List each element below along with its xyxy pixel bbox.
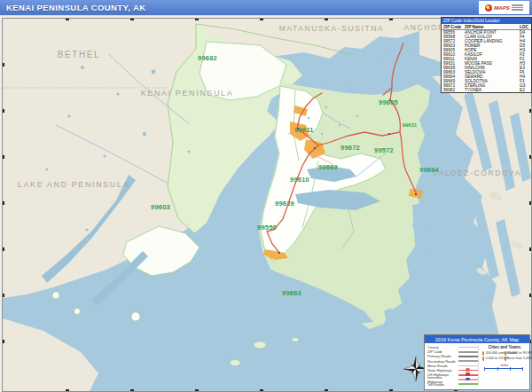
map-title: KENAI PENINSULA COUNTY, AK [6, 3, 145, 12]
zip-code-label: 99631 [403, 122, 417, 128]
title-bar: KENAI PENINSULA COUNTY, AK MAPS [0, 0, 532, 16]
zip-code-label: 99611 [294, 126, 313, 134]
county-label: BETHEL [58, 50, 101, 59]
zip-code-label: 99639 [275, 200, 294, 208]
scale-unit-label: miles [482, 364, 527, 367]
logo-starburst-icon [485, 4, 492, 12]
county-label: LAKE AND PENINSULA [18, 180, 129, 189]
col-loc: LOC [520, 25, 529, 29]
zip-table-header: ZIP Code Index/Grid Locator [442, 18, 531, 24]
cities-header: Cities and Towns [482, 345, 527, 349]
zip-table-columns: ZIP Code ZIP Name LOC [442, 24, 531, 30]
city-class: 5,000 to 24,999 [482, 356, 505, 361]
col-zip-name: ZIP Name [465, 25, 520, 29]
zip-table-rows: 99556ANCHOR POINTD499568CLAM GULCHF49957… [442, 30, 531, 92]
zip-code-label: 99572 [374, 146, 394, 154]
logo-text: MAPS [494, 5, 509, 11]
county-label: MATANUSKA-SUSITNA [279, 24, 385, 33]
zip-row: 99682TYONEKE2 [442, 88, 531, 92]
city-classes: 100,000 and Greater25,000 to 99,9995,000… [482, 350, 527, 361]
logo-fineprint [512, 4, 523, 12]
zip-code-label: 99672 [340, 144, 360, 152]
zip-code-label: 99663 [282, 289, 301, 297]
zip-index-table: ZIP Code Index/Grid Locator ZIP Code ZIP… [441, 17, 532, 93]
legend-lines: CountyZIP CodePrimary RoadsSecondary Roa… [427, 345, 478, 387]
legend-title: 2016 Kenai Peninsula County, AK Map [425, 335, 529, 343]
zip-code-label: 99669 [318, 163, 338, 171]
zip-code-label: 99664 [419, 166, 439, 174]
publisher-logo: MAPS [479, 1, 529, 14]
zip-code-label: 99610 [290, 176, 309, 184]
county-label: KENAI PENINSULA [141, 89, 234, 98]
zip-code-label: 99605 [379, 98, 398, 106]
legend-box: 2016 Kenai Peninsula County, AK Map Coun… [424, 334, 530, 390]
city-class: Less than 5,000 [505, 356, 527, 361]
scale-bar: miles [482, 365, 527, 372]
zip-code-label: 99682 [198, 54, 217, 62]
col-zip-code: ZIP Code [443, 25, 465, 29]
county-label: VALDEZ-CORDOVA [433, 169, 521, 177]
zip-code-label: 99603 [151, 203, 170, 211]
legend-cities: Cities and Towns 100,000 and Greater25,0… [478, 345, 527, 387]
zip-code-label: 99556 [257, 223, 277, 231]
